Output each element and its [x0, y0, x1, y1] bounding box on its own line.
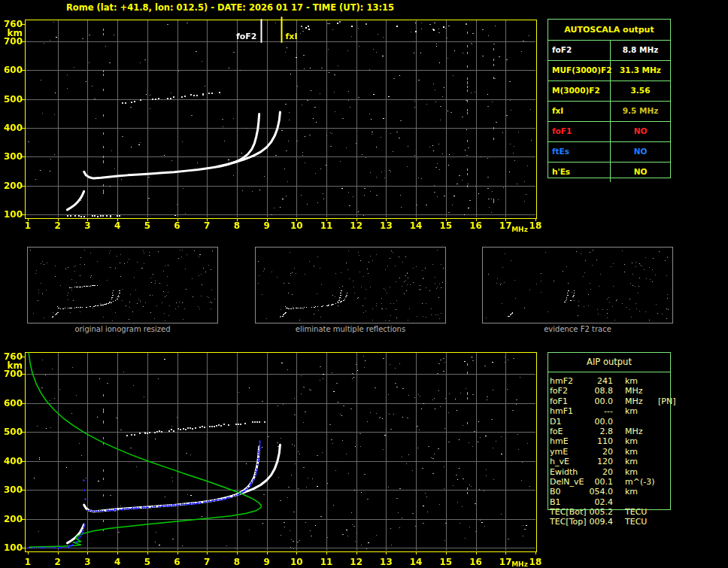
autoscala-row-value: 3.56	[611, 81, 670, 101]
aip-row-unit: MHz	[625, 386, 655, 396]
autoscala-row-label: foF2	[548, 41, 611, 60]
aip-row-label: hmE	[550, 436, 589, 446]
autoscala-row-value: 31.3 MHz	[611, 61, 670, 80]
aip-row-unit: TECU	[625, 507, 655, 517]
aip-row-value: 009.4	[589, 517, 613, 527]
thumbnail-original-ionogram-canvas	[27, 247, 218, 323]
aip-row: hmE110km	[550, 436, 726, 446]
aip-output-rows: hmF2241kmfoF208.8MHzfoF100.0MHz[PN]hmF1-…	[550, 376, 726, 527]
aip-row: h_vE120km	[550, 457, 726, 466]
aip-row-value: 00.0	[589, 396, 613, 406]
autoscala-row: MUF(3000)F231.3 MHz	[548, 60, 670, 80]
aip-row-value: 00.1	[589, 477, 613, 487]
aip-row: foF100.0MHz[PN]	[550, 396, 726, 406]
aip-row: TEC[Top]009.4TECU	[550, 517, 726, 527]
autoscala-output-table: AUTOSCALA output foF28.8 MHzMUF(3000)F23…	[548, 19, 671, 178]
autoscala-row-label: ftEs	[548, 142, 611, 162]
autoscala-row-label: M(3000)F2	[548, 81, 611, 101]
aip-row-unit: km	[625, 436, 655, 446]
autoscala-table-header: AUTOSCALA output	[548, 20, 670, 41]
aip-row-value: 2.8	[589, 427, 613, 436]
thumbnail-multiple-reflections-canvas	[255, 247, 446, 323]
aip-row-unit	[625, 417, 655, 427]
autoscala-table-rows: foF28.8 MHzMUF(3000)F231.3 MHzM(3000)F23…	[548, 41, 670, 182]
autoscala-row-value: NO	[611, 163, 670, 182]
aip-row-label: hmF2	[550, 376, 589, 386]
aip-row-value: 02.4	[589, 497, 613, 507]
aip-row-unit	[625, 497, 655, 507]
autoscala-row-value: 8.8 MHz	[611, 41, 670, 60]
top-ionogram-canvas	[0, 14, 544, 236]
aip-row-value: 054.0	[589, 487, 613, 497]
bottom-ionogram-canvas	[0, 346, 544, 568]
autoscala-row: h'EsNO	[548, 162, 670, 182]
autoscala-row-label: h'Es	[548, 163, 611, 182]
aip-row-unit: km	[625, 457, 655, 466]
aip-row-value: 00.0	[589, 417, 613, 427]
aip-row-unit: km	[625, 467, 655, 477]
aip-row-label: TEC[Bot]	[550, 507, 589, 517]
aip-row-label: Ewidth	[550, 467, 589, 477]
thumbnail-caption-1: original ionogram resized	[27, 325, 218, 333]
aip-row-unit: km	[625, 376, 655, 386]
aip-row-unit: km	[625, 406, 655, 416]
aip-row: hmF1---km	[550, 406, 726, 416]
aip-row: foF208.8MHz	[550, 386, 726, 396]
autoscala-row: ftEsNO	[548, 141, 670, 162]
aip-row-unit: m^(-3)	[625, 477, 655, 487]
autoscala-row: fxI9.5 MHz	[548, 101, 670, 121]
autoscala-row-value: NO	[611, 142, 670, 162]
autoscala-row: M(3000)F23.56	[548, 80, 670, 101]
aip-row-unit: TECU	[625, 517, 655, 527]
aip-row-label: ymE	[550, 447, 589, 457]
window-title: Rome (lat: +41.8, lon: 012.5) - DATE: 20…	[66, 2, 394, 13]
autoscala-row-value: NO	[611, 122, 670, 141]
autoscala-window: Rome (lat: +41.8, lon: 012.5) - DATE: 20…	[0, 0, 728, 568]
aip-row-value: ---	[589, 406, 613, 416]
aip-row: D100.0	[550, 417, 726, 427]
aip-row: ymE20km	[550, 447, 726, 457]
aip-row-label: foF2	[550, 386, 589, 396]
aip-row-label: hmF1	[550, 406, 589, 416]
autoscala-row-label: MUF(3000)F2	[548, 61, 611, 80]
aip-row-label: D1	[550, 417, 589, 427]
aip-row: B102.4	[550, 497, 726, 507]
aip-header-divider	[548, 372, 671, 372]
aip-row: Ewidth20km	[550, 467, 726, 477]
autoscala-row-label: fxI	[548, 102, 611, 121]
aip-row-value: 120	[589, 457, 613, 466]
autoscala-row: foF1NO	[548, 121, 670, 141]
aip-row-value: 20	[589, 447, 613, 457]
autoscala-row-label: foF1	[548, 122, 611, 141]
aip-row-value: 005.2	[589, 507, 613, 517]
aip-row-label: foE	[550, 427, 589, 436]
aip-row-unit: km	[625, 487, 655, 497]
aip-row-value: 241	[589, 376, 613, 386]
thumbnail-f2-trace-canvas	[482, 247, 673, 323]
aip-row-value: 08.8	[589, 386, 613, 396]
thumbnail-caption-2: eliminate multiple reflections	[255, 325, 446, 333]
autoscala-row-value: 9.5 MHz	[611, 102, 670, 121]
aip-row: TEC[Bot]005.2TECU	[550, 507, 726, 517]
aip-row: DelN_vE00.1m^(-3)	[550, 477, 726, 487]
aip-table-header: AIP output	[548, 352, 671, 372]
aip-row: B0054.0km	[550, 487, 726, 497]
aip-row-note: [PN]	[658, 396, 675, 406]
aip-row-value: 110	[589, 436, 613, 446]
aip-row-label: TEC[Top]	[550, 517, 589, 527]
aip-row-label: foF1	[550, 396, 589, 406]
aip-row-value: 20	[589, 467, 613, 477]
aip-row-label: B1	[550, 497, 589, 507]
aip-row-label: DelN_vE	[550, 477, 589, 487]
aip-row-unit: km	[625, 447, 655, 457]
aip-row-label: B0	[550, 487, 589, 497]
aip-row: foE2.8MHz	[550, 427, 726, 436]
aip-row-unit: MHz	[625, 396, 655, 406]
aip-row: hmF2241km	[550, 376, 726, 386]
aip-row-label: h_vE	[550, 457, 589, 466]
thumbnail-caption-3: evidence F2 trace	[482, 325, 673, 333]
aip-row-unit: MHz	[625, 427, 655, 436]
autoscala-row: foF28.8 MHz	[548, 41, 670, 60]
